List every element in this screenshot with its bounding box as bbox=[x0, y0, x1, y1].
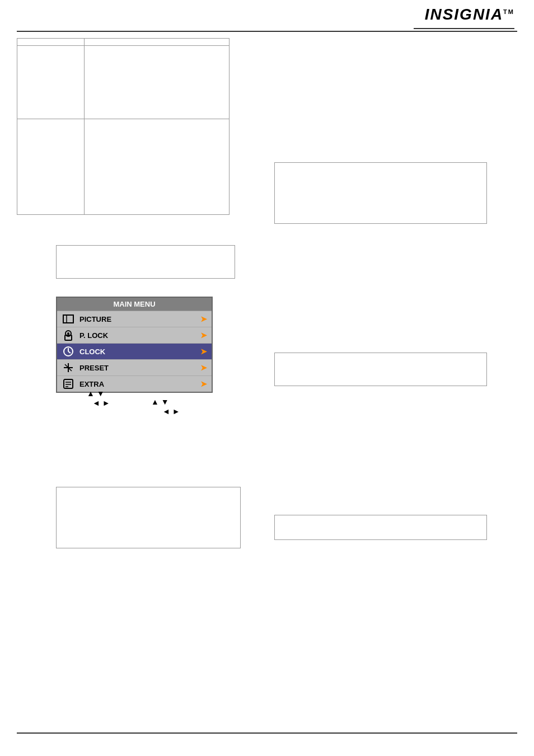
menu-item-extra-label: EXTRA bbox=[79, 380, 104, 388]
brand-name: INSIGNIA bbox=[425, 6, 503, 23]
nav-lr-right: ◄ ► bbox=[162, 407, 180, 416]
table-header-row bbox=[17, 39, 229, 46]
clock-icon bbox=[62, 346, 75, 357]
svg-line-7 bbox=[68, 351, 71, 353]
menu-title-text: MAIN MENU bbox=[113, 300, 155, 308]
menu-item-preset-label: PRESET bbox=[79, 364, 109, 372]
nav-up-down-arrows: ▲ ▼ bbox=[87, 389, 105, 398]
menu-item-clock[interactable]: CLOCK ➤ bbox=[57, 344, 212, 360]
table-row bbox=[17, 46, 229, 119]
svg-point-4 bbox=[67, 332, 69, 335]
extra-arrow: ➤ bbox=[200, 379, 207, 388]
logo-underline bbox=[414, 28, 514, 29]
bottom-border-line bbox=[17, 732, 517, 734]
extra-icon bbox=[62, 378, 75, 389]
picture-arrow: ➤ bbox=[200, 314, 207, 323]
small-box-left bbox=[56, 245, 235, 279]
menu-item-plock-label: P. LOCK bbox=[79, 331, 108, 340]
brand-logo: INSIGNIATM bbox=[425, 6, 514, 24]
nav-left-right-arrows: ◄ ► bbox=[92, 398, 110, 407]
table-cell-right-2 bbox=[85, 119, 229, 214]
brand-tm: TM bbox=[503, 8, 514, 15]
table-cell-right-1 bbox=[85, 46, 229, 119]
table-cell-left-2 bbox=[17, 119, 85, 214]
main-menu-container: MAIN MENU PICTURE ➤ P. LOCK bbox=[56, 297, 213, 393]
plock-icon bbox=[62, 330, 75, 341]
clock-arrow: ➤ bbox=[200, 347, 207, 356]
bottom-left-box bbox=[56, 487, 241, 548]
menu-item-picture[interactable]: PICTURE ➤ bbox=[57, 311, 212, 327]
menu-item-plock[interactable]: P. LOCK ➤ bbox=[57, 327, 212, 344]
content-table bbox=[17, 38, 229, 215]
right-box-mid bbox=[274, 353, 487, 386]
bottom-right-box bbox=[274, 515, 487, 540]
preset-arrow: ➤ bbox=[200, 363, 207, 372]
table-row bbox=[17, 119, 229, 214]
svg-rect-0 bbox=[63, 315, 73, 323]
main-menu-box: MAIN MENU PICTURE ➤ P. LOCK bbox=[56, 297, 213, 393]
plock-arrow: ➤ bbox=[200, 331, 207, 340]
right-box-top bbox=[274, 162, 487, 224]
preset-icon bbox=[62, 362, 75, 373]
nav-arrows-right: ▲ ▼ bbox=[151, 397, 169, 406]
menu-item-clock-label: CLOCK bbox=[79, 348, 105, 356]
menu-item-picture-label: PICTURE bbox=[79, 315, 111, 323]
menu-item-extra[interactable]: EXTRA ➤ bbox=[57, 376, 212, 392]
table-cell-left-1 bbox=[17, 46, 85, 119]
table-header-left bbox=[17, 39, 85, 45]
menu-item-preset[interactable]: PRESET ➤ bbox=[57, 360, 212, 376]
top-border-line bbox=[17, 31, 517, 32]
picture-icon bbox=[62, 313, 75, 325]
table-header-right bbox=[85, 39, 229, 45]
menu-title-bar: MAIN MENU bbox=[57, 298, 212, 311]
